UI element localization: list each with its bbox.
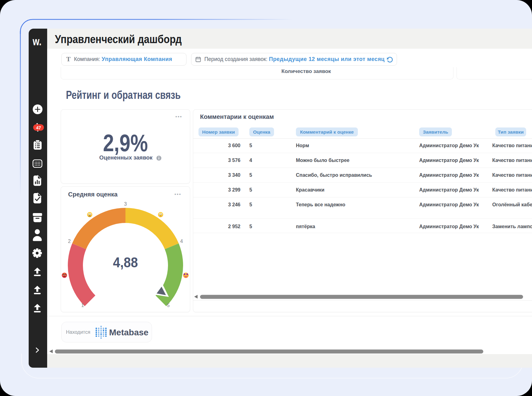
svg-text:4: 4 — [180, 239, 183, 244]
svg-text:47: 47 — [36, 125, 41, 130]
svg-text:3: 3 — [124, 201, 127, 207]
svg-text:1: 1 — [81, 303, 84, 308]
svg-text:5: 5 — [167, 303, 170, 308]
svg-text:w.: w. — [32, 35, 42, 48]
svg-text:4,88: 4,88 — [113, 254, 138, 270]
svg-text:2: 2 — [68, 239, 71, 244]
